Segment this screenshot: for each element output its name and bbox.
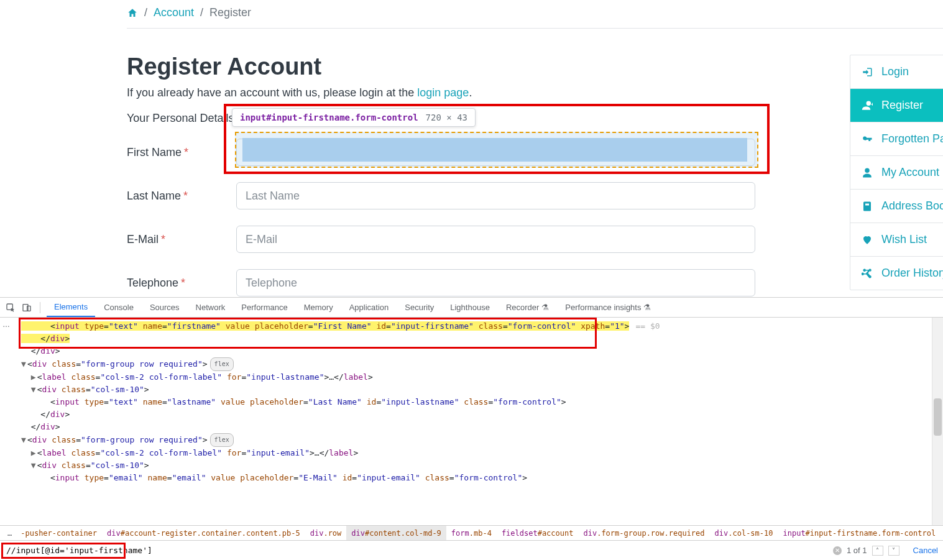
scrollbar-thumb[interactable]: [934, 398, 942, 436]
elements-highlighted-line: <input type="text" name="firstname" valu…: [21, 321, 629, 331]
device-toggle-icon[interactable]: [20, 301, 34, 314]
required-mark: *: [183, 190, 188, 202]
account-sidebar: Login Register Forgotten Pas My Account …: [850, 55, 943, 290]
search-prev-icon[interactable]: ˄: [872, 546, 883, 556]
user-icon: [862, 167, 873, 178]
flask-icon: ⚗: [541, 303, 549, 312]
sidebar-item-label: Forgotten Pas: [881, 132, 943, 145]
breadcrumb-home[interactable]: [127, 7, 138, 19]
label-lastname-text: Last Name: [127, 190, 181, 202]
sidebar-item-myaccount[interactable]: My Account: [850, 156, 943, 190]
intro-prefix: If you already have an account with us, …: [127, 86, 417, 99]
sidebar-item-addressbook[interactable]: Address Book: [850, 190, 943, 223]
crumb-3[interactable]: div#content.col-md-9: [346, 526, 446, 540]
label-firstname: First Name*: [127, 146, 236, 159]
crumb-0[interactable]: -pusher-container: [16, 526, 102, 540]
flask-icon: ⚗: [643, 303, 651, 312]
input-lastname[interactable]: [236, 182, 755, 209]
input-email[interactable]: [236, 226, 755, 253]
required-mark: *: [161, 233, 165, 246]
breadcrumb-sep-1: /: [144, 6, 147, 19]
elements-scrollbar[interactable]: [932, 318, 943, 525]
tab-recorder[interactable]: Recorder⚗: [499, 298, 556, 317]
intro-text: If you already have an account with us, …: [127, 86, 943, 99]
crumb-2[interactable]: div.row: [305, 526, 347, 540]
sidebar-item-label: Register: [881, 99, 923, 112]
tab-console[interactable]: Console: [96, 298, 141, 317]
inspect-tooltip: input#input-firstname.form-control 720 ×…: [232, 108, 476, 127]
devtools-tabs: Elements Console Sources Network Perform…: [47, 298, 658, 317]
tab-application[interactable]: Application: [342, 298, 397, 317]
sidebar-item-label: My Account: [881, 166, 939, 179]
login-page-link[interactable]: login page: [417, 86, 469, 99]
sidebar-item-label: Login: [881, 65, 909, 78]
elements-breadcrumb[interactable]: … -pusher-container div#account-register…: [0, 525, 943, 540]
login-icon: [862, 67, 873, 78]
search-cancel-button[interactable]: Cancel: [913, 546, 938, 555]
tab-sources[interactable]: Sources: [142, 298, 187, 317]
elements-search-bar: ✕ 1 of 1 ˄ ˅ Cancel: [0, 540, 943, 560]
crumb-1[interactable]: div#account-register.container.content.p…: [102, 526, 305, 540]
crumb-overflow-right[interactable]: …: [941, 529, 943, 538]
toolbar-divider: [40, 302, 40, 313]
row-email: E-Mail*: [127, 226, 943, 253]
row-lastname: Last Name*: [127, 182, 943, 209]
tab-perf-insights[interactable]: Performance insights⚗: [558, 298, 658, 317]
crumb-4[interactable]: form.mb-4: [446, 526, 497, 540]
tab-perf-insights-label: Performance insights: [565, 303, 641, 312]
tab-elements[interactable]: Elements: [47, 298, 95, 317]
sidebar-item-forgotten[interactable]: Forgotten Pas: [850, 122, 943, 156]
tab-memory[interactable]: Memory: [297, 298, 341, 317]
selection-indicator: == $0: [635, 321, 660, 331]
book-icon: [862, 201, 873, 212]
inspect-tooltip-dims: 720 × 43: [426, 112, 467, 122]
input-firstname[interactable]: [236, 139, 755, 166]
required-mark: *: [184, 146, 188, 158]
search-result-count: 1 of 1: [847, 546, 867, 555]
label-lastname: Last Name*: [127, 190, 236, 203]
elements-html-tree[interactable]: <input type="text" name="firstname" valu…: [19, 318, 932, 525]
share-icon: [862, 268, 873, 279]
label-email-text: E-Mail: [127, 233, 159, 246]
input-telephone[interactable]: [236, 269, 755, 296]
key-icon: [862, 134, 873, 145]
inspect-element-icon[interactable]: [4, 301, 17, 314]
breadcrumb: / Account / Register: [127, 0, 943, 29]
crumb-7[interactable]: div.col-sm-10: [710, 526, 778, 540]
clear-search-icon[interactable]: ✕: [833, 546, 842, 555]
row-telephone: Telephone*: [127, 269, 943, 296]
elements-search-input[interactable]: [5, 544, 254, 558]
crumb-5[interactable]: fieldset#account: [497, 526, 579, 540]
label-telephone: Telephone*: [127, 277, 236, 290]
intro-suffix: .: [469, 86, 472, 99]
sidebar-item-label: Wish List: [881, 233, 927, 246]
sidebar-item-label: Address Book: [881, 200, 943, 213]
required-mark: *: [181, 277, 185, 289]
flex-badge[interactable]: flex: [210, 433, 234, 447]
sidebar-item-register[interactable]: Register: [850, 89, 943, 122]
devtools-panel: Elements Console Sources Network Perform…: [0, 297, 943, 560]
sidebar-item-label: Order History: [881, 267, 943, 280]
crumb-6[interactable]: div.form-group.row.required: [578, 526, 709, 540]
sidebar-item-wishlist[interactable]: Wish List: [850, 223, 943, 257]
home-icon: [127, 7, 138, 19]
devtools-toolbar: Elements Console Sources Network Perform…: [0, 298, 943, 318]
flex-badge[interactable]: flex: [210, 357, 234, 371]
breadcrumb-account[interactable]: Account: [154, 6, 194, 19]
search-next-icon[interactable]: ˅: [888, 546, 899, 556]
row-firstname: First Name*: [127, 139, 943, 166]
label-firstname-text: First Name: [127, 146, 182, 158]
sidebar-item-orderhistory[interactable]: Order History: [850, 257, 943, 290]
tab-performance[interactable]: Performance: [234, 298, 295, 317]
sidebar-item-login[interactable]: Login: [850, 55, 943, 89]
crumb-overflow[interactable]: …: [4, 529, 16, 538]
crumb-8[interactable]: input#input-firstname.form-control: [778, 526, 941, 540]
heart-icon: [862, 234, 873, 246]
user-plus-icon: [862, 100, 873, 111]
tab-network[interactable]: Network: [188, 298, 233, 317]
tab-lighthouse[interactable]: Lighthouse: [443, 298, 497, 317]
label-email: E-Mail*: [127, 233, 236, 246]
breadcrumb-register: Register: [209, 6, 251, 19]
tab-security[interactable]: Security: [397, 298, 441, 317]
inspect-tooltip-selector: input#input-firstname.form-control: [240, 112, 418, 122]
